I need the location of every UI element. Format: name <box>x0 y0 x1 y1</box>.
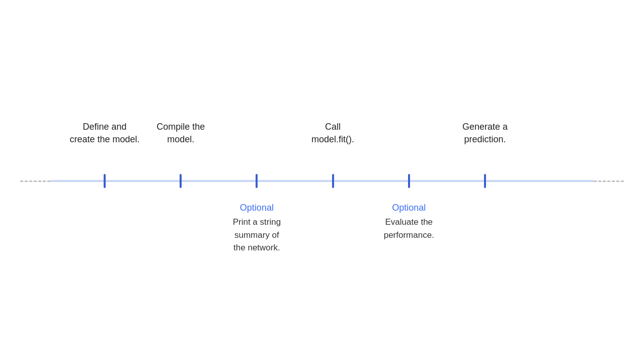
label-step4-text: Callmodel.fit(). <box>311 122 354 144</box>
label-step2: Compile themodel. <box>140 121 221 146</box>
label-step2-text: Compile themodel. <box>156 122 205 144</box>
tick-step5 <box>408 174 410 188</box>
label-step3-optional: Optional <box>219 201 294 215</box>
tick-step6 <box>484 174 486 188</box>
dashed-line-right <box>594 180 624 182</box>
label-step1-text: Define andcreate the model. <box>69 122 139 144</box>
tick-step2 <box>180 174 182 188</box>
diagram-container: Define andcreate the model. Compile them… <box>20 80 624 282</box>
tick-step1 <box>104 174 106 188</box>
tick-step4 <box>332 174 334 188</box>
timeline-line <box>20 180 624 182</box>
label-step3: Optional Print a stringsummary ofthe net… <box>219 201 294 254</box>
label-step5: Optional Evaluate theperformance. <box>371 201 447 241</box>
label-step6: Generate aprediction. <box>445 121 525 146</box>
label-step5-optional: Optional <box>371 201 447 215</box>
label-step5-text: Evaluate theperformance. <box>371 216 447 241</box>
label-step3-text: Print a stringsummary ofthe network. <box>219 216 294 254</box>
tick-step3 <box>256 174 258 188</box>
timeline-area: Define andcreate the model. Compile them… <box>20 80 624 282</box>
label-step4: Callmodel.fit(). <box>293 121 373 146</box>
label-step6-text: Generate aprediction. <box>462 122 508 144</box>
label-step1: Define andcreate the model. <box>64 121 145 146</box>
dashed-line-left <box>20 180 50 182</box>
solid-line <box>50 180 594 182</box>
